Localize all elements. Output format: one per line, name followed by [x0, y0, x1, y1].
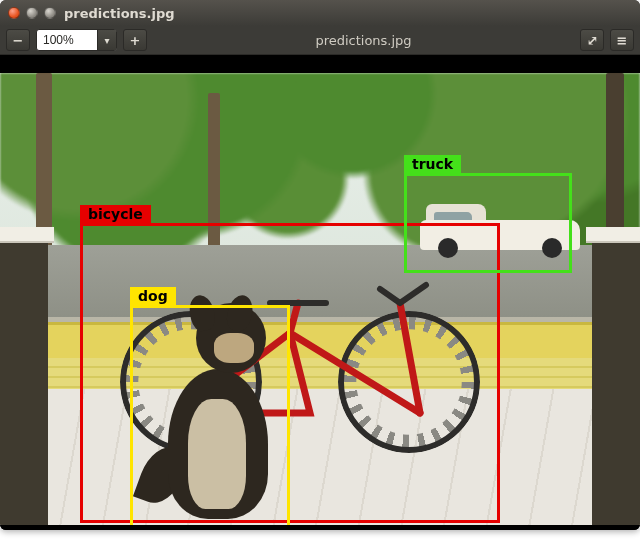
image-viewport[interactable]: bicycle truck dog: [0, 55, 640, 530]
letterbox-top: [0, 55, 640, 73]
scene-pillar-left: [0, 227, 48, 525]
detection-box-truck: truck: [404, 173, 572, 273]
zoom-out-button[interactable]: −: [6, 29, 30, 51]
fullscreen-button[interactable]: ⤢: [580, 29, 604, 51]
toolbar-filename: predictions.jpg: [153, 33, 574, 48]
toolbar: − ▾ + predictions.jpg ⤢ ≡: [0, 26, 640, 55]
window-controls: [8, 7, 56, 19]
zoom-field[interactable]: ▾: [36, 29, 117, 51]
menu-button[interactable]: ≡: [610, 29, 634, 51]
detection-label-dog: dog: [130, 287, 176, 305]
letterbox-bottom: [0, 525, 640, 530]
detection-box-dog: dog: [130, 305, 290, 525]
minimize-icon[interactable]: [26, 7, 38, 19]
window-title: predictions.jpg: [64, 6, 175, 21]
displayed-image: bicycle truck dog: [0, 73, 640, 525]
chevron-down-icon: ▾: [104, 35, 109, 46]
detection-label-bicycle: bicycle: [80, 205, 151, 223]
close-icon[interactable]: [8, 7, 20, 19]
detection-label-truck: truck: [404, 155, 461, 173]
zoom-input[interactable]: [37, 33, 97, 47]
zoom-in-button[interactable]: +: [123, 29, 147, 51]
titlebar[interactable]: predictions.jpg: [0, 0, 640, 26]
image-viewer-window: predictions.jpg − ▾ + predictions.jpg ⤢ …: [0, 0, 640, 530]
zoom-dropdown-button[interactable]: ▾: [97, 30, 116, 50]
scene-pillar-right: [592, 227, 640, 525]
maximize-icon[interactable]: [44, 7, 56, 19]
fullscreen-icon: ⤢: [587, 33, 598, 48]
hamburger-icon: ≡: [617, 33, 628, 48]
